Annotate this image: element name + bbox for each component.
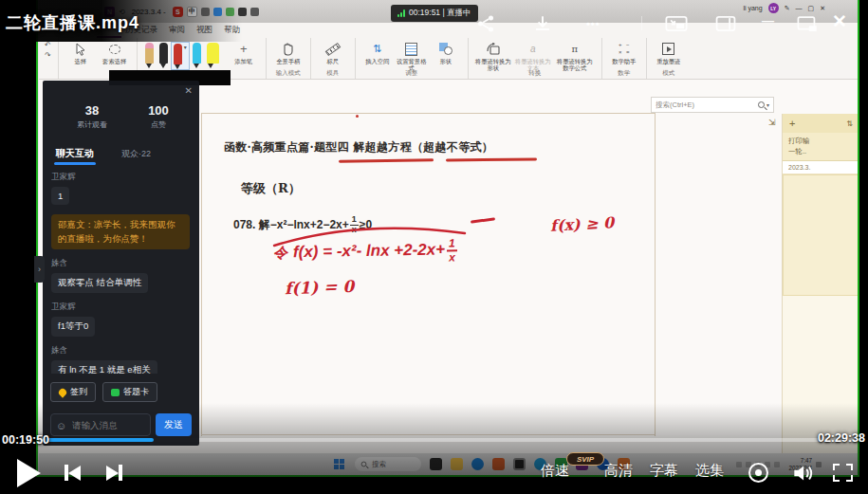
page-list-item-selected[interactable] [783, 174, 859, 296]
prev-icon [68, 466, 81, 481]
format-background-button[interactable]: 设置背景格式 [396, 41, 428, 71]
next-episode-button[interactable] [106, 465, 122, 481]
convert-group: 将墨迹转换为形状 a 将墨迹转换为文本 π 将墨迹转换为数学公式 转换 [469, 38, 602, 79]
search-scope-chevron-icon[interactable]: ▾ [766, 101, 769, 108]
page-search-placeholder: 搜索(Ctrl+E) [656, 101, 758, 110]
download-button[interactable] [531, 13, 554, 34]
menu-bars-icon[interactable] [250, 8, 259, 16]
select-button[interactable]: 选择 [65, 41, 97, 64]
target-mode-button[interactable] [748, 463, 768, 483]
pip-button[interactable] [664, 13, 689, 34]
red-pen-tool-selected[interactable]: ▾ [171, 42, 190, 70]
sort-pages-icon[interactable]: ⇅ [846, 119, 853, 128]
tab-audience[interactable]: 观众·22 [121, 148, 151, 160]
emoji-icon[interactable]: ☺ [56, 420, 66, 431]
answer-card-icon [111, 389, 120, 396]
episodes-button[interactable]: 选集 [695, 462, 724, 480]
ruler-button[interactable]: 标尺 [317, 41, 349, 64]
group-label-replay: 模式 [647, 69, 691, 78]
chat-panel: ✕ 38 累计观看 100 点赞 聊天互动 观众·22 卫家辉 1 邵嘉文：凉学… [43, 81, 199, 446]
math-assistant-button[interactable]: +−×= 数学助手 [608, 41, 640, 64]
shapes-button[interactable]: 形状 [430, 41, 462, 64]
add-pen-label: 添加笔 [234, 58, 252, 64]
tab-chat[interactable]: 聊天互动 [56, 147, 94, 160]
message-sender: 卫家辉 [51, 172, 194, 183]
message-sender: 姝含 [51, 345, 194, 357]
ink-frac-den: x [449, 251, 455, 263]
previous-episode-button[interactable] [65, 465, 81, 481]
player-close-button[interactable]: ✕ [832, 10, 847, 32]
pencil-tool[interactable] [145, 43, 154, 64]
shapes-icon [439, 43, 452, 55]
chat-close-icon[interactable]: ✕ [185, 85, 193, 96]
red-underline-1 [339, 158, 434, 162]
chat-message-highlighted: 邵嘉文：凉学长，我来围观你的直播啦，为你点赞！ [51, 214, 190, 249]
viewers-label: 累计观看 [62, 119, 122, 130]
window-maximize-icon[interactable]: ▢ [808, 5, 815, 12]
replay-ink-label: 重放墨迹 [656, 58, 680, 64]
play-button[interactable] [17, 459, 41, 487]
volume-button[interactable] [790, 462, 815, 485]
message-sender: 卫家辉 [51, 302, 194, 313]
download-icon [531, 13, 554, 34]
checkin-label: 签到 [70, 386, 87, 398]
panning-hand-label: 全景手柄 [276, 58, 300, 64]
answer-card-button[interactable]: 答题卡 [102, 382, 157, 402]
live-badge: 00:19:51 | 直播中 [391, 5, 478, 22]
share-icon [474, 13, 497, 34]
likes-label: 点赞 [134, 119, 183, 130]
share-button[interactable] [474, 13, 497, 34]
lasso-select-button[interactable]: 套索选择 [99, 41, 131, 64]
black-pen-tool[interactable] [159, 43, 168, 64]
page-left-edge [201, 113, 202, 436]
replay-ink-button[interactable]: 重放墨迹 [653, 41, 685, 64]
window-close-icon[interactable]: ✕ [820, 5, 825, 12]
likes-stat: 100 点赞 [134, 103, 183, 130]
subtitles-button[interactable]: 字幕 [650, 462, 678, 480]
ink-to-shape-button[interactable]: 将墨迹转换为形状 [474, 41, 512, 71]
cyan-pen-tool[interactable] [193, 43, 201, 64]
ink-to-text-icon: a [530, 41, 536, 57]
ink-to-math-button[interactable]: π 将墨迹转换为数学公式 [554, 41, 596, 71]
speed-button[interactable]: 倍速 [541, 462, 569, 480]
undo-icon[interactable]: ↶ [45, 41, 51, 49]
ink-to-text-button[interactable]: a 将墨迹转换为文本 [514, 41, 552, 71]
math-icon: +−×= [617, 42, 631, 56]
page-list-header: + ⇅ [783, 114, 859, 133]
fullscreen-button[interactable] [833, 464, 853, 482]
edit-pencil-icon[interactable]: ✎ [785, 5, 790, 12]
math-group: +−×= 数学助手 数学 [602, 38, 647, 79]
page-search-box[interactable]: 搜索(Ctrl+E) ▾ [651, 97, 774, 113]
group-label-convert: 转换 [469, 69, 601, 78]
video-title: 二轮直播课.mp4 [6, 11, 139, 34]
theater-mode-button[interactable] [795, 13, 819, 34]
checkin-button[interactable]: 签到 [50, 382, 96, 402]
overlay-minimize-button[interactable]: — [762, 13, 774, 27]
quality-button[interactable]: 高清 [604, 462, 633, 480]
redo-icon[interactable]: ↷ [45, 51, 51, 60]
page-list-item[interactable]: 打印输 一轮.. [783, 133, 859, 161]
next-icon [106, 466, 119, 481]
progress-played[interactable] [42, 438, 154, 442]
chat-message: 有 ln 不是 1 就是 e相关 [51, 360, 157, 374]
group-label-stencil: 模具 [311, 69, 355, 78]
mini-player-icon [713, 13, 738, 34]
ink-line-2: f(1) = 0 [285, 277, 355, 299]
chat-collapse-handle[interactable]: › [34, 256, 45, 283]
chat-input-row: 发送 [50, 413, 192, 436]
panning-hand-button[interactable]: 全景手柄 [272, 41, 305, 64]
add-pen-button[interactable]: + 添加笔 [228, 41, 260, 64]
expand-pagelist-icon[interactable]: ⇲ [768, 118, 776, 127]
send-button[interactable]: 发送 [156, 413, 192, 436]
window-minimize-icon[interactable]: — [796, 5, 803, 11]
more-button[interactable]: ••• [586, 18, 600, 29]
mini-player-button[interactable] [713, 13, 738, 34]
avatar[interactable]: LY [768, 3, 779, 13]
chat-message: 观察零点 结合单调性 [51, 273, 148, 293]
add-page-icon[interactable]: + [789, 118, 795, 129]
format-background-icon [405, 43, 417, 56]
page-list-item[interactable]: 2023.3. [783, 161, 859, 174]
chevron-down-icon[interactable]: ▾ [184, 44, 187, 50]
insert-space-button[interactable]: ⇅ 插入空间 [361, 41, 394, 64]
yellow-highlighter-tool[interactable] [207, 43, 219, 64]
